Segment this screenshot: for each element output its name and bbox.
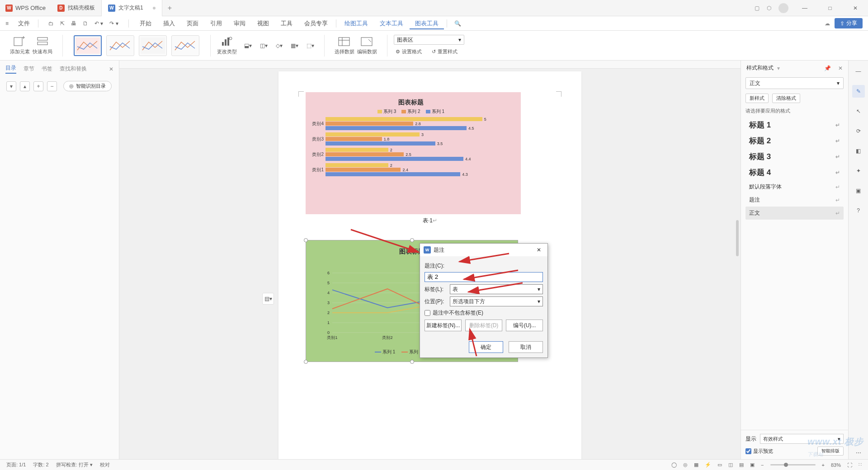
clear-format-button[interactable]: 清除格式	[772, 94, 800, 103]
change-type-button[interactable]: 更改类型	[217, 36, 237, 55]
more-icon[interactable]: ∷	[859, 462, 862, 468]
remove-outline-button[interactable]: −	[47, 81, 57, 91]
vertical-scrollbar[interactable]	[736, 220, 739, 256]
caption-input[interactable]	[425, 272, 543, 282]
smart-recognize-toc[interactable]: ◎ 智能识别目录	[63, 81, 112, 91]
help-tool-icon[interactable]: ?	[852, 204, 865, 217]
sync-tool-icon[interactable]: ⟳	[852, 125, 865, 137]
zoom-in-button[interactable]: +	[822, 462, 825, 468]
collapse-panel-button[interactable]: —	[852, 65, 865, 78]
ribbon-dropdown-3[interactable]: ◇▾	[276, 42, 283, 49]
chart-style-4[interactable]	[171, 35, 199, 56]
ribbon-dropdown-1[interactable]: ⬓▾	[244, 42, 252, 49]
hamburger-icon[interactable]: ≡	[5, 20, 14, 27]
show-styles-select[interactable]: 有效样式▾	[760, 434, 844, 444]
chart-options-fab[interactable]: ▤▾	[262, 293, 274, 305]
preview-icon[interactable]: 🗋	[83, 20, 88, 27]
menu-view[interactable]: 视图	[252, 18, 274, 29]
style-item[interactable]: 题注↵	[745, 193, 844, 207]
view-tool-icon[interactable]: ▣	[852, 184, 865, 197]
new-label-button[interactable]: 新建标签(N)...	[425, 320, 462, 331]
menu-draw-tools[interactable]: 绘图工具	[339, 18, 373, 29]
position-select[interactable]: 所选项目下方▾	[450, 296, 543, 306]
status-target-icon[interactable]: ◎	[683, 462, 688, 468]
menu-page[interactable]: 页面	[181, 18, 204, 29]
chart-style-2[interactable]	[106, 35, 134, 56]
share-button[interactable]: ⇪ 分享	[835, 18, 863, 28]
minimize-button[interactable]: —	[796, 0, 814, 16]
zoom-out-button[interactable]: −	[761, 462, 764, 468]
view-outline-icon[interactable]: ◫	[728, 462, 733, 468]
style-item[interactable]: 标题 2↵	[745, 133, 844, 149]
settings-tool-icon[interactable]: ✦	[852, 164, 865, 177]
number-button[interactable]: 编号(U)...	[506, 320, 543, 331]
ribbon-dropdown-4[interactable]: ▦▾	[291, 42, 298, 49]
print-icon[interactable]: 🖶	[71, 20, 76, 27]
chart-area-select[interactable]: 图表区 ▾	[394, 35, 464, 45]
new-tab-button[interactable]: +	[162, 4, 177, 12]
left-tab-toc[interactable]: 目录	[5, 64, 16, 74]
pin-icon[interactable]: 📌	[824, 65, 831, 71]
ribbon-dropdown-5[interactable]: ⬚▾	[307, 42, 314, 49]
label-select[interactable]: 表▾	[450, 284, 543, 294]
status-grid-icon[interactable]: ▦	[694, 462, 698, 468]
dialog-ok-button[interactable]: 确定	[469, 341, 503, 353]
select-data-button[interactable]: 选择数据	[335, 36, 354, 55]
maximize-button[interactable]: □	[821, 0, 839, 16]
ribbon-dropdown-2[interactable]: ◫▾	[260, 42, 268, 49]
style-item[interactable]: 默认段落字体↵	[745, 180, 844, 193]
edit-data-button[interactable]: 编辑数据	[357, 36, 377, 55]
status-proof[interactable]: 校对	[100, 461, 110, 468]
quick-layout-button[interactable]: 快速布局	[33, 36, 52, 55]
app-square-icon[interactable]: ▢	[755, 5, 760, 11]
current-style-select[interactable]: 正文 ▾	[745, 77, 844, 89]
style-item[interactable]: 正文↵	[745, 207, 844, 220]
collapse-down-button[interactable]: ▾	[6, 81, 16, 91]
document-area[interactable]: 图表标题 系列 3 系列 2 系列 1 类别452.84.5类别331.83.5…	[119, 61, 741, 459]
left-panel-close[interactable]: ✕	[109, 66, 113, 72]
show-preview-checkbox[interactable]: 显示预览	[745, 448, 773, 455]
search-icon[interactable]: 🔍	[450, 20, 466, 27]
left-tab-findreplace[interactable]: 查找和替换	[60, 65, 87, 73]
menu-tools[interactable]: 工具	[275, 18, 298, 29]
left-tab-bookmark[interactable]: 书签	[42, 65, 52, 73]
tab-document[interactable]: W 文字文稿1	[102, 0, 162, 16]
undo-icon[interactable]: ↶ ▾	[94, 20, 103, 27]
menu-chart-tools[interactable]: 图表工具	[410, 18, 444, 29]
menu-insert[interactable]: 插入	[158, 18, 180, 29]
menu-text-tools[interactable]: 文本工具	[374, 18, 409, 29]
layers-tool-icon[interactable]: ◧	[852, 145, 865, 157]
export-icon[interactable]: ⇱	[60, 20, 65, 27]
view-print-icon[interactable]: ▭	[717, 462, 722, 468]
view-read-icon[interactable]: ▣	[750, 462, 755, 468]
cloud-icon[interactable]: ☁	[825, 20, 830, 27]
fullscreen-icon[interactable]: ⛶	[847, 462, 852, 468]
set-format-button[interactable]: ⚙设置格式	[394, 47, 424, 56]
file-menu[interactable]: 文件	[15, 19, 33, 28]
user-avatar[interactable]	[778, 3, 788, 13]
close-window-button[interactable]: ✕	[846, 0, 864, 16]
exclude-label-checkbox[interactable]: 题注中不包含标签(E)	[425, 309, 543, 317]
status-words[interactable]: 字数: 2	[33, 461, 48, 468]
style-item[interactable]: 标题 1↵	[745, 117, 844, 133]
menu-member[interactable]: 会员专享	[299, 18, 333, 29]
reset-style-button[interactable]: ↺重置样式	[430, 47, 459, 56]
chart-style-3[interactable]	[139, 35, 167, 56]
new-style-button[interactable]: 新样式	[745, 94, 769, 103]
dialog-cancel-button[interactable]: 取消	[509, 341, 543, 353]
redo-icon[interactable]: ↷ ▾	[109, 20, 118, 27]
left-tab-chapter[interactable]: 章节	[24, 65, 34, 73]
menu-reference[interactable]: 引用	[205, 18, 227, 29]
chart-style-1[interactable]	[74, 35, 102, 56]
status-circle-icon[interactable]: ◯	[671, 462, 677, 468]
right-panel-close[interactable]: ✕	[838, 65, 843, 71]
add-element-button[interactable]: 添加元素	[10, 36, 30, 55]
view-web-icon[interactable]: ▤	[739, 462, 744, 468]
collapse-up-button[interactable]: ▴	[20, 81, 30, 91]
status-spell[interactable]: 拼写检查: 打开 ▾	[56, 461, 93, 468]
save-icon[interactable]: 🗀	[48, 20, 54, 27]
smart-layout-button[interactable]: 智能排版	[817, 446, 844, 456]
menu-start[interactable]: 开始	[134, 18, 157, 29]
style-item[interactable]: 标题 4↵	[745, 164, 844, 180]
status-bolt-icon[interactable]: ⚡	[705, 462, 711, 468]
